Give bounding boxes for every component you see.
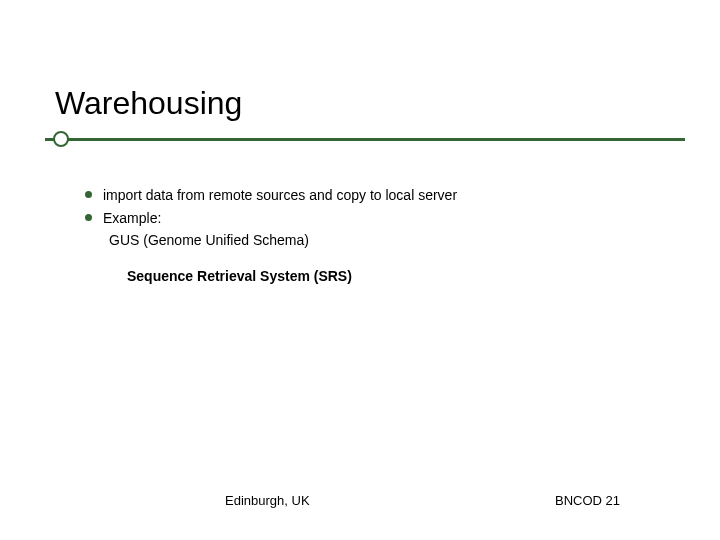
spacer bbox=[85, 252, 665, 266]
slide-footer: Edinburgh, UK BNCOD 21 bbox=[0, 493, 720, 508]
example-detail: GUS (Genome Unified Schema) bbox=[85, 230, 665, 252]
divider-line bbox=[45, 138, 685, 141]
footer-event: BNCOD 21 bbox=[555, 493, 620, 508]
list-item: Example: bbox=[103, 208, 665, 230]
content-area: import data from remote sources and copy… bbox=[55, 185, 665, 288]
divider-circle-icon bbox=[53, 131, 69, 147]
title-divider bbox=[55, 130, 665, 150]
slide-container: Warehousing import data from remote sour… bbox=[0, 0, 720, 540]
bullet-list: import data from remote sources and copy… bbox=[85, 185, 665, 229]
footer-location: Edinburgh, UK bbox=[225, 493, 310, 508]
secondary-item: Sequence Retrieval System (SRS) bbox=[85, 266, 665, 288]
list-item: import data from remote sources and copy… bbox=[103, 185, 665, 207]
slide-title: Warehousing bbox=[55, 85, 665, 122]
